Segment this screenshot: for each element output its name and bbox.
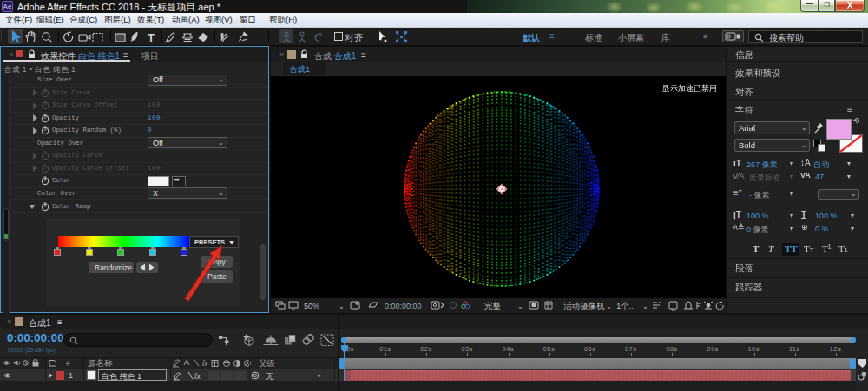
svg-text:fx: fx <box>194 372 201 381</box>
svg-text:#: # <box>66 359 70 368</box>
svg-text:fx: fx <box>202 359 208 368</box>
svg-text:父级: 父级 <box>259 358 275 368</box>
svg-text:T: T <box>148 31 155 44</box>
svg-text:源名称: 源名称 <box>88 358 113 368</box>
